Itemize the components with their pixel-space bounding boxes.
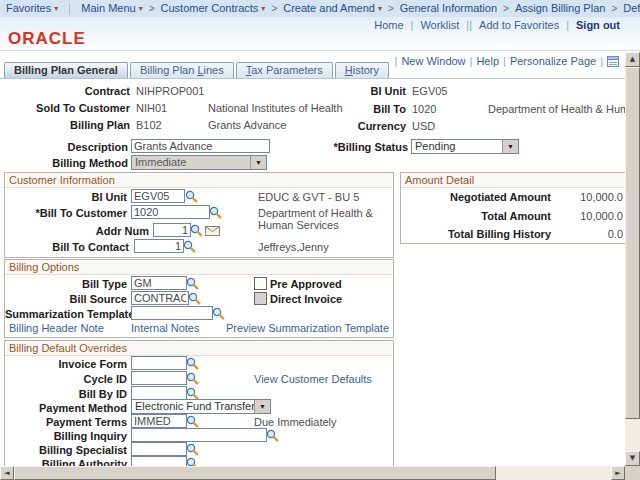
scroll-up-button[interactable]: ▲: [625, 52, 640, 67]
payment-method-select[interactable]: Electronic Fund Transfer ▼: [131, 399, 271, 414]
breadcrumb-divider: [69, 4, 70, 15]
add-to-favorites-link[interactable]: Add to Favorites: [479, 19, 559, 31]
payment-terms-input[interactable]: [131, 414, 187, 428]
sign-out-link[interactable]: Sign out: [576, 19, 620, 31]
tab-label: ax Parameters: [251, 64, 323, 76]
tab-billing-plan-general[interactable]: Billing Plan General: [4, 62, 128, 78]
define-billing-plan-page: FavoritesMain MenuCustomer ContractsCrea…: [0, 0, 640, 480]
breadcrumb-item-main-menu[interactable]: Main Menu: [81, 2, 142, 14]
cycle-id-input[interactable]: [131, 371, 187, 385]
billing-inquiry-input[interactable]: [131, 428, 267, 442]
favorites-menu[interactable]: Favorites: [6, 2, 58, 14]
bill-type-lookup-icon[interactable]: [186, 277, 199, 290]
tab-label: ines: [204, 64, 224, 76]
bill-by-id-label: Bill By ID: [5, 388, 127, 400]
summarization-template-id-input[interactable]: [131, 306, 213, 320]
billing-inquiry-lookup-icon[interactable]: [266, 429, 279, 442]
header-divider: [0, 50, 640, 51]
total-amount-label: Total Amount: [401, 210, 551, 222]
dropdown-arrow-icon[interactable]: ▼: [502, 140, 518, 153]
horizontal-scroll-thumb[interactable]: [14, 466, 496, 480]
addr-num-lookup-icon[interactable]: [190, 224, 203, 237]
vertical-scroll-thumb[interactable]: [625, 67, 640, 419]
billing-method-value: Immediate: [135, 156, 186, 169]
payment-terms-lookup-icon[interactable]: [186, 415, 199, 428]
billing-specialist-input[interactable]: [131, 442, 187, 456]
amount-detail-section: Amount Detail Negotiated Amount 10,000.0…: [400, 172, 640, 244]
billing-plan-label: Billing Plan: [0, 119, 130, 131]
scroll-down-button[interactable]: ▼: [625, 451, 640, 466]
tab-history[interactable]: History: [335, 62, 389, 78]
dropdown-arrow-icon: ▼: [250, 156, 266, 169]
vertical-scrollbar[interactable]: ▲ ▼: [625, 52, 640, 466]
description-input[interactable]: [131, 139, 270, 153]
worklist-link[interactable]: Worklist: [420, 19, 459, 31]
breadcrumb-separator: [145, 2, 159, 14]
bill-to-header-label: Bill To: [280, 103, 406, 115]
http-icon[interactable]: [607, 56, 619, 67]
breadcrumb-separator: [267, 2, 281, 14]
billing-options-title: Billing Options: [5, 260, 393, 275]
billing-plan-value: B102: [136, 119, 162, 131]
breadcrumb-item-customer-contracts[interactable]: Customer Contracts: [161, 2, 266, 14]
header-band: Home|Worklist||Add to Favorites|Sign out…: [0, 17, 640, 50]
scroll-left-button[interactable]: ◄: [0, 466, 14, 480]
bill-source-label: Bill Source: [5, 293, 127, 305]
contract-label: Contract: [0, 85, 130, 97]
bill-to-contact-lookup-icon[interactable]: [183, 240, 196, 253]
amount-detail-title: Amount Detail: [401, 173, 640, 188]
pre-approved-label: Pre Approved: [270, 278, 342, 290]
total-billing-history-value: 0.0: [608, 228, 623, 240]
summarization-template-id-lookup-icon[interactable]: [212, 307, 225, 320]
billing-header-note-link[interactable]: Billing Header Note: [9, 322, 104, 334]
bi-unit-input[interactable]: [131, 189, 185, 203]
preview-summarization-template-link[interactable]: Preview Summarization Template: [226, 322, 389, 334]
internal-notes-link[interactable]: Internal Notes: [131, 322, 199, 334]
bill-to-customer-desc: Department of Health & Human Services: [258, 207, 400, 231]
new-window-link[interactable]: New Window: [401, 55, 465, 67]
currency-label: Currency: [280, 120, 406, 132]
dropdown-arrow-icon[interactable]: ▼: [254, 400, 270, 413]
home-link[interactable]: Home: [374, 19, 403, 31]
total-billing-history-label: Total Billing History: [401, 228, 551, 240]
pre-approved-checkbox[interactable]: [254, 277, 267, 290]
payment-method-label: Payment Method: [5, 402, 127, 414]
breadcrumb-item-create-and-amend[interactable]: Create and Amend: [283, 2, 382, 14]
billing-plan-name: Grants Advance: [208, 119, 286, 131]
billing-status-select[interactable]: Pending ▼: [411, 139, 519, 154]
bill-source-input[interactable]: [131, 291, 189, 305]
tab-billing-plan-lines[interactable]: Billing Plan Lines: [130, 62, 234, 78]
invoice-form-input[interactable]: [131, 356, 187, 370]
billing-specialist-lookup-icon[interactable]: [186, 443, 199, 456]
breadcrumb-item-assign-billing-plan[interactable]: Assign Billing Plan: [515, 2, 606, 14]
address-envelope-icon[interactable]: [205, 226, 220, 236]
payment-terms-desc: Due Immediately: [254, 416, 337, 428]
view-customer-defaults-link[interactable]: View Customer Defaults: [254, 373, 372, 385]
addr-num-input[interactable]: [153, 223, 191, 237]
bill-to-customer-input[interactable]: [131, 205, 210, 219]
bi-unit-lookup-icon[interactable]: [185, 190, 198, 203]
scroll-right-button[interactable]: ►: [611, 466, 625, 480]
help-link[interactable]: Help: [476, 55, 499, 67]
tab-accesskey: H: [345, 64, 353, 76]
scrollbar-corner: [625, 466, 640, 480]
billing-default-overrides-title: Billing Default Overrides: [5, 341, 393, 356]
bill-type-input[interactable]: [131, 276, 187, 290]
tab-label: istory: [353, 64, 379, 76]
bill-by-id-input[interactable]: [131, 386, 187, 400]
tab-label: Billing Plan: [140, 64, 197, 76]
bill-to-contact-input[interactable]: [134, 239, 184, 253]
invoice-form-lookup-icon[interactable]: [186, 357, 199, 370]
payment-terms-label: Payment Terms: [5, 416, 127, 428]
cycle-id-lookup-icon[interactable]: [186, 372, 199, 385]
billing-status-label: *Billing Status: [280, 141, 408, 153]
horizontal-scrollbar[interactable]: ◄ ►: [0, 466, 625, 480]
personalize-page-link[interactable]: Personalize Page: [510, 55, 596, 67]
breadcrumb-item-general-information[interactable]: General Information: [400, 2, 497, 14]
billing-method-select: Immediate ▼: [131, 155, 267, 170]
tab-tax-parameters[interactable]: Tax Parameters: [236, 62, 333, 78]
bill-source-lookup-icon[interactable]: [188, 292, 201, 305]
bill-to-customer-lookup-icon[interactable]: [209, 206, 222, 219]
breadcrumb: FavoritesMain MenuCustomer ContractsCrea…: [0, 0, 640, 18]
description-label: Description: [0, 141, 128, 153]
